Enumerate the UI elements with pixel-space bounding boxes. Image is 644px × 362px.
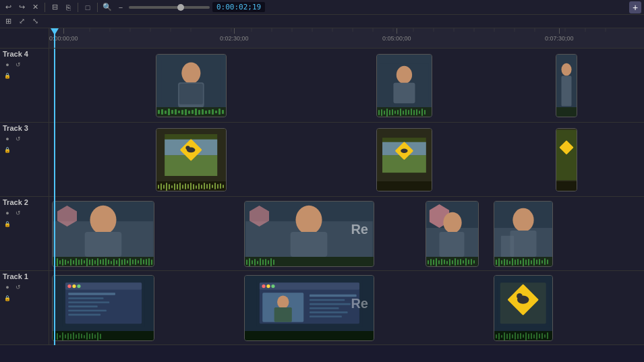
zoom-slider[interactable] [129, 6, 210, 9]
svg-rect-208 [525, 260, 527, 265]
svg-rect-131 [94, 260, 96, 264]
svg-rect-46 [215, 111, 217, 113]
track4-clip3[interactable] [556, 54, 577, 117]
svg-rect-67 [419, 111, 420, 114]
svg-rect-103 [223, 185, 224, 188]
svg-rect-189 [468, 260, 469, 264]
svg-rect-174 [428, 260, 429, 264]
svg-rect-30 [161, 109, 163, 115]
svg-rect-92 [193, 184, 194, 189]
track1-icons2: 🔒 [0, 293, 15, 303]
track3-rotate-icon[interactable]: ↺ [13, 134, 23, 144]
track2-name: Track 2 [0, 197, 31, 208]
track3-clip1[interactable] [156, 128, 227, 191]
svg-rect-122 [70, 259, 71, 266]
svg-rect-231 [59, 335, 61, 338]
svg-rect-276 [520, 333, 521, 339]
track1-lock-icon[interactable]: 🔒 [3, 293, 12, 303]
track3-clip3[interactable] [556, 128, 577, 191]
svg-rect-128 [86, 258, 88, 266]
svg-rect-200 [504, 259, 505, 266]
svg-rect-176 [433, 260, 434, 265]
zoom-minus-icon[interactable]: − [115, 2, 126, 13]
track1-eye-icon[interactable]: ● [3, 282, 12, 292]
track1-icons: ● ↺ [0, 282, 26, 293]
track1-clip2[interactable]: Re [244, 275, 374, 341]
clip-thumb: Re [245, 276, 374, 331]
track4-eye-icon[interactable]: ● [3, 60, 12, 69]
svg-rect-37 [185, 109, 187, 115]
track-row-track2: Re [49, 197, 644, 271]
svg-point-251 [266, 284, 270, 288]
svg-point-114 [90, 206, 116, 235]
track3-clip2[interactable] [376, 128, 432, 191]
svg-rect-239 [81, 334, 82, 338]
expand-icon[interactable]: ⤢ [16, 16, 27, 27]
track4-rotate-icon[interactable]: ↺ [13, 60, 23, 69]
track1-clip3[interactable] [494, 275, 553, 341]
svg-rect-223 [68, 293, 115, 295]
svg-rect-98 [209, 183, 210, 189]
clip-thumb [53, 276, 154, 331]
track2-lock-icon[interactable]: 🔒 [3, 219, 12, 229]
add-button[interactable]: + [629, 1, 641, 13]
zoom-in-icon[interactable]: 🔍 [102, 2, 113, 13]
snapshot-icon[interactable]: □ [82, 2, 93, 13]
svg-rect-123 [73, 260, 74, 264]
track2-eye-icon[interactable]: ● [3, 208, 12, 218]
svg-rect-140 [119, 258, 120, 266]
track2-rotate-icon[interactable]: ↺ [13, 208, 23, 218]
svg-rect-130 [92, 259, 93, 266]
svg-rect-163 [260, 258, 261, 266]
track3-lock-icon[interactable]: 🔒 [3, 145, 12, 154]
svg-rect-187 [463, 260, 464, 264]
track4-clip2[interactable] [376, 54, 432, 117]
collapse-icon[interactable]: ⤡ [30, 16, 40, 27]
svg-rect-102 [220, 183, 221, 189]
main-area: Track 4 ● ↺ 🔒 Track 3 ● ↺ 🔒 [0, 28, 644, 345]
track2-clip2[interactable]: Re [244, 201, 374, 267]
svg-rect-145 [132, 260, 134, 264]
svg-rect-86 [177, 184, 178, 189]
svg-rect-29 [158, 110, 160, 114]
svg-rect-197 [496, 260, 497, 265]
svg-point-50 [397, 66, 412, 84]
clip-waveform [53, 331, 154, 340]
save-icon[interactable]: ⊟ [49, 2, 60, 13]
undo-icon[interactable]: ↩ [3, 2, 13, 13]
toolbar2: ⊞ ⤢ ⤡ [0, 15, 644, 28]
svg-rect-53 [381, 109, 382, 116]
toolbar: ↩ ↪ ✕ ⊟ ⎘ □ 🔍 − 0:00:02;19 + [0, 0, 644, 15]
track4-icons: ● ↺ [0, 59, 26, 70]
svg-rect-60 [400, 109, 401, 116]
redo-icon[interactable]: ↪ [16, 2, 27, 13]
svg-rect-244 [94, 334, 96, 338]
clip-thumb [494, 202, 552, 257]
ruler-mark-1: 0:02:30;00 [220, 28, 249, 42]
track3-name: Track 3 [0, 123, 31, 133]
track4-clip1[interactable] [156, 54, 227, 117]
svg-rect-212 [536, 260, 537, 264]
track2-clip4[interactable] [494, 201, 553, 267]
svg-rect-285 [544, 334, 546, 338]
track2-icons2: 🔒 [0, 218, 15, 229]
track1-clip1[interactable] [52, 275, 154, 341]
track3-eye-icon[interactable]: ● [3, 134, 12, 144]
clip-waveform [494, 331, 552, 340]
svg-rect-184 [455, 258, 456, 266]
track-row-track4 [49, 49, 644, 123]
svg-rect-237 [76, 334, 77, 338]
copy-icon[interactable]: ⎘ [63, 2, 74, 13]
ruler-mark-3: 0:07:30;00 [545, 28, 574, 42]
svg-rect-203 [512, 258, 513, 266]
clip-waveform3 [556, 107, 577, 117]
clip-thumb: Re [245, 202, 374, 257]
track2-clip1[interactable] [52, 201, 154, 267]
svg-rect-56 [389, 110, 390, 115]
svg-rect-129 [89, 260, 90, 265]
track4-lock-icon[interactable]: 🔒 [3, 71, 12, 80]
track1-rotate-icon[interactable]: ↺ [13, 282, 23, 292]
track2-clip3[interactable] [426, 201, 479, 267]
close-icon[interactable]: ✕ [30, 2, 40, 13]
fit-icon[interactable]: ⊞ [3, 16, 13, 27]
